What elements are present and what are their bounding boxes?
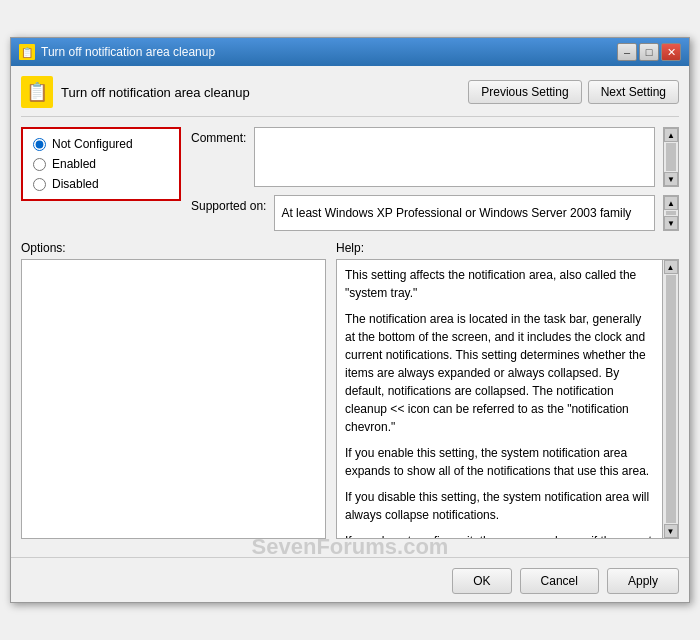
comment-textarea[interactable] bbox=[254, 127, 655, 187]
left-panel: Not Configured Enabled Disabled bbox=[21, 127, 181, 231]
right-panel: Comment: ▲ ▼ Supported on: At least Wind… bbox=[191, 127, 679, 231]
supported-scrollbar: ▲ ▼ bbox=[663, 195, 679, 231]
bottom-section: Options: Help: This setting affects the … bbox=[21, 241, 679, 539]
header-buttons: Previous Setting Next Setting bbox=[468, 80, 679, 104]
disabled-radio[interactable] bbox=[33, 178, 46, 191]
help-paragraph-2: The notification area is located in the … bbox=[345, 310, 654, 436]
apply-button[interactable]: Apply bbox=[607, 568, 679, 594]
enabled-option[interactable]: Enabled bbox=[33, 157, 169, 171]
title-controls: – □ ✕ bbox=[617, 43, 681, 61]
close-button[interactable]: ✕ bbox=[661, 43, 681, 61]
radio-group: Not Configured Enabled Disabled bbox=[21, 127, 181, 201]
minimize-button[interactable]: – bbox=[617, 43, 637, 61]
supported-scroll-thumb bbox=[666, 211, 676, 215]
not-configured-label: Not Configured bbox=[52, 137, 133, 151]
comment-scroll-down[interactable]: ▼ bbox=[664, 172, 678, 186]
next-setting-button[interactable]: Next Setting bbox=[588, 80, 679, 104]
options-label: Options: bbox=[21, 241, 326, 255]
disabled-label: Disabled bbox=[52, 177, 99, 191]
title-bar-left: 📋 Turn off notification area cleanup bbox=[19, 44, 215, 60]
help-paragraph-3: If you enable this setting, the system n… bbox=[345, 444, 654, 480]
header-section: 📋 Turn off notification area cleanup Pre… bbox=[21, 76, 679, 117]
help-scrollbar: ▲ ▼ bbox=[663, 259, 679, 539]
comment-label: Comment: bbox=[191, 127, 246, 187]
previous-setting-button[interactable]: Previous Setting bbox=[468, 80, 581, 104]
disabled-option[interactable]: Disabled bbox=[33, 177, 169, 191]
help-scroll-thumb bbox=[666, 275, 676, 523]
window-title: Turn off notification area cleanup bbox=[41, 45, 215, 59]
help-scroll-up[interactable]: ▲ bbox=[664, 260, 678, 274]
enabled-label: Enabled bbox=[52, 157, 96, 171]
help-label: Help: bbox=[336, 241, 679, 255]
title-bar: 📋 Turn off notification area cleanup – □… bbox=[11, 38, 689, 66]
main-window: 📋 Turn off notification area cleanup – □… bbox=[10, 37, 690, 603]
help-paragraph-5: If you do not configure it, the user can… bbox=[345, 532, 654, 539]
supported-label: Supported on: bbox=[191, 195, 266, 213]
enabled-radio[interactable] bbox=[33, 158, 46, 171]
options-panel: Options: bbox=[21, 241, 326, 539]
help-panel: Help: This setting affects the notificat… bbox=[336, 241, 679, 539]
comment-scroll-thumb bbox=[666, 143, 676, 171]
help-paragraph-4: If you disable this setting, the system … bbox=[345, 488, 654, 524]
supported-section: Supported on: At least Windows XP Profes… bbox=[191, 195, 679, 231]
footer: OK Cancel Apply bbox=[11, 557, 689, 602]
main-content: Not Configured Enabled Disabled Comm bbox=[21, 127, 679, 231]
header-title: Turn off notification area cleanup bbox=[61, 85, 250, 100]
options-box bbox=[21, 259, 326, 539]
help-paragraph-1: This setting affects the notification ar… bbox=[345, 266, 654, 302]
supported-value: At least Windows XP Professional or Wind… bbox=[274, 195, 655, 231]
supported-scroll-down[interactable]: ▼ bbox=[664, 216, 678, 230]
cancel-button[interactable]: Cancel bbox=[520, 568, 599, 594]
header-left: 📋 Turn off notification area cleanup bbox=[21, 76, 250, 108]
not-configured-option[interactable]: Not Configured bbox=[33, 137, 169, 151]
header-icon: 📋 bbox=[21, 76, 53, 108]
supported-scroll-up[interactable]: ▲ bbox=[664, 196, 678, 210]
comment-scroll-up[interactable]: ▲ bbox=[664, 128, 678, 142]
help-scroll-down[interactable]: ▼ bbox=[664, 524, 678, 538]
maximize-button[interactable]: □ bbox=[639, 43, 659, 61]
not-configured-radio[interactable] bbox=[33, 138, 46, 151]
comment-scrollbar: ▲ ▼ bbox=[663, 127, 679, 187]
comment-section: Comment: ▲ ▼ bbox=[191, 127, 679, 187]
window-body: 📋 Turn off notification area cleanup Pre… bbox=[11, 66, 689, 549]
window-icon: 📋 bbox=[19, 44, 35, 60]
ok-button[interactable]: OK bbox=[452, 568, 511, 594]
help-box-wrapper: This setting affects the notification ar… bbox=[336, 259, 679, 539]
help-box: This setting affects the notification ar… bbox=[336, 259, 663, 539]
